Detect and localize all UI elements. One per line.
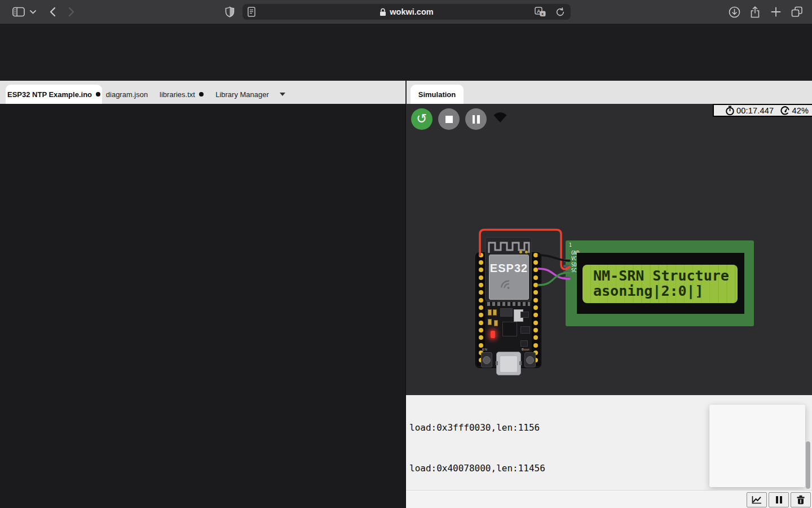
esp32-label: ESP32 <box>489 262 528 275</box>
modified-dot <box>96 92 100 97</box>
cpu-gauge-icon <box>780 106 790 116</box>
screen: wokwi.com Ax ESP32 NTP Example.ino <box>0 0 812 508</box>
browser-toolbar: wokwi.com Ax <box>0 0 812 24</box>
stop-simulation-button[interactable] <box>438 108 460 130</box>
tab-overview-button[interactable] <box>789 0 804 24</box>
wifi-logo-icon <box>497 277 517 296</box>
tab-label: libraries.txt <box>160 90 195 99</box>
wifi-status-icon <box>492 111 509 124</box>
esp32-board[interactable]: ESP32 <box>475 237 541 376</box>
editor-tabbar: ESP32 NTP Example.ino diagram.json libra… <box>0 81 407 104</box>
en-button-label: EN <box>482 348 487 351</box>
stopwatch-icon <box>725 106 735 116</box>
boot-button-label: Boot <box>522 348 529 351</box>
tab-sketch-file[interactable]: ESP32 NTP Example.ino <box>6 85 102 104</box>
tab-label: ESP32 NTP Example.ino <box>7 90 92 99</box>
trash-icon <box>796 495 805 505</box>
lcd-line-2: asoning|2:0|] <box>593 284 704 299</box>
serial-toolbar <box>406 490 812 508</box>
tab-label: Simulation <box>418 90 456 99</box>
cpu-usage: 42% <box>792 106 809 115</box>
url-text: wokwi.com <box>390 7 433 16</box>
privacy-shield-icon[interactable] <box>223 0 236 24</box>
serial-line: load:0x3fff0030,len:1156 <box>409 421 545 435</box>
sidebar-toggle-icon[interactable] <box>10 0 27 24</box>
lock-icon <box>379 8 386 16</box>
back-button[interactable] <box>46 0 59 24</box>
serial-output: load:0x3fff0030,len:1156 load:0x40078000… <box>409 395 545 490</box>
plot-button[interactable] <box>747 492 767 507</box>
pause-simulation-button[interactable] <box>465 108 487 130</box>
code-editor[interactable] <box>0 104 407 508</box>
en-button[interactable] <box>481 352 492 367</box>
modified-dot <box>199 92 204 97</box>
simulation-tabbar: Simulation <box>407 81 812 104</box>
esp32-left-pins[interactable] <box>479 253 483 257</box>
pause-icon <box>775 496 783 504</box>
tab-simulation[interactable]: Simulation <box>411 85 464 104</box>
lcd-pin-index: 1 <box>569 243 572 248</box>
new-tab-button[interactable] <box>769 0 783 24</box>
lcd1602-display[interactable]: 1 GND VCC SDA SCL NM-SRN Structure asoni… <box>566 240 754 326</box>
chevron-down-icon <box>280 93 285 96</box>
share-button[interactable] <box>748 0 762 24</box>
lcd-bezel: NM-SRN Structure asoning|2:0|] <box>577 253 744 314</box>
simulation-status: 00:17.447 42% <box>713 104 812 117</box>
downloads-button[interactable] <box>727 0 741 24</box>
boot-button[interactable] <box>524 352 536 367</box>
esp32-right-pins[interactable] <box>533 253 538 257</box>
serial-line: load:0x40078000,len:11456 <box>409 462 545 475</box>
chart-icon <box>751 495 762 505</box>
overlay-panel <box>709 405 805 487</box>
elapsed-time: 00:17.447 <box>736 106 774 115</box>
esp32-wroom-module: ESP32 <box>485 237 532 301</box>
restart-simulation-button[interactable]: ↺ <box>411 108 433 130</box>
serial-scrollbar[interactable] <box>806 441 810 489</box>
translate-icon[interactable]: Ax <box>535 4 547 20</box>
tab-libraries-txt[interactable]: libraries.txt <box>157 85 206 104</box>
tab-label: Library Manager <box>215 90 269 99</box>
simulation-canvas[interactable]: ↺ 00:17.447 42% <box>406 104 812 395</box>
reader-icon[interactable] <box>248 4 255 20</box>
usb-connector <box>496 352 521 375</box>
tab-library-manager[interactable]: Library Manager <box>214 85 286 104</box>
forward-button[interactable] <box>65 0 78 24</box>
address-bar[interactable]: wokwi.com Ax <box>242 4 571 20</box>
serial-monitor[interactable]: load:0x3fff0030,len:1156 load:0x40078000… <box>406 395 812 490</box>
lcd-line-1: NM-SRN Structure <box>593 269 729 283</box>
wokwi-page-header <box>0 24 812 81</box>
lcd-screen: NM-SRN Structure asoning|2:0|] <box>582 265 738 303</box>
power-led <box>491 331 495 338</box>
pause-serial-button[interactable] <box>769 492 789 507</box>
tab-diagram-json[interactable]: diagram.json <box>105 85 149 104</box>
reload-icon[interactable] <box>555 4 565 20</box>
tab-label: diagram.json <box>106 90 148 99</box>
sidebar-chevron-icon[interactable] <box>28 0 37 24</box>
clear-serial-button[interactable] <box>791 492 811 507</box>
